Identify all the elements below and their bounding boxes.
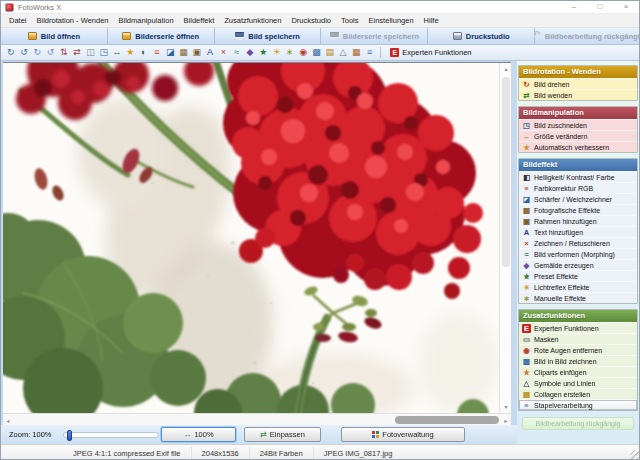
rotate-90-cw-icon[interactable]: ↻ [31, 45, 44, 60]
toolbar-button[interactable]: Druckstudio [428, 28, 535, 44]
zoom-100-button[interactable]: ↔ 100% [161, 427, 236, 442]
batch-icon[interactable]: ≡ [363, 45, 376, 60]
sidebar-item[interactable]: ≡ Stapelverarbeitung [519, 399, 637, 410]
sharpen-icon[interactable]: ◪ [164, 45, 177, 60]
rgb-correction-icon[interactable]: ≡ [150, 45, 163, 60]
sidebar-item-icon: ↔ [522, 132, 531, 141]
sidebar-item-icon: ≡ [522, 184, 531, 193]
close-button[interactable]: × [613, 1, 639, 14]
toolbar-button[interactable]: Bild speichern [215, 28, 322, 44]
zoom-slider-handle[interactable] [67, 430, 72, 441]
sidebar-item[interactable]: ↻ Bild drehen [519, 78, 637, 89]
fit-to-window-button[interactable]: ⇄ Einpassen [244, 427, 321, 442]
frame-icon[interactable]: ▣ [190, 45, 203, 60]
sidebar-item-icon: ◉ [522, 346, 531, 355]
sidebar-item[interactable]: ▤ Collagen erstellen [519, 388, 637, 399]
scroll-up-icon[interactable]: ▴ [501, 64, 511, 74]
flip-horizontal-icon[interactable]: ⇄ [70, 45, 83, 60]
symbols-lines-icon[interactable]: △ [336, 45, 349, 60]
vertical-scroll-thumb[interactable] [502, 77, 510, 267]
text-icon[interactable]: A [203, 45, 216, 60]
toolbar-button[interactable]: Bild öffnen [1, 28, 108, 44]
sidebar-item[interactable]: × Zeichnen / Retuschieren [519, 237, 637, 248]
sidebar-item[interactable]: ◳ Bild zuschneiden [519, 119, 637, 130]
sidebar-item[interactable]: ∗ Manuelle Effekte [519, 292, 637, 303]
menu-item[interactable]: Einstellungen [364, 16, 419, 25]
rotate-90-ccw-icon[interactable]: ↺ [44, 45, 57, 60]
brightness-contrast-icon[interactable]: ◐ [137, 45, 150, 60]
sidebar-item[interactable]: ◆ Gemälde erzeugen [519, 259, 637, 270]
toolbar-button[interactable]: Bildbearbeitung rückgängig [535, 28, 640, 44]
menu-item[interactable]: Tools [336, 16, 364, 25]
sidebar-item[interactable]: ▭ Masken [519, 333, 637, 344]
collage-icon[interactable]: ▦ [350, 45, 363, 60]
cliparts-icon[interactable]: ▤ [323, 45, 336, 60]
resize-icon[interactable]: ↔ [110, 45, 123, 60]
sidebar-item[interactable]: ↔ Größe verändern [519, 130, 637, 141]
expert-functions-button[interactable]: E Experten Funktionen [385, 48, 476, 57]
sidebar-item[interactable]: ⇄ Bild wenden [519, 89, 637, 100]
zoom-slider[interactable] [63, 432, 159, 438]
photo-effects-icon[interactable]: ▦ [177, 45, 190, 60]
sidebar-item[interactable]: ★ Cliparts einfügen [519, 366, 637, 377]
toolbar-button[interactable]: Bilderserie öffnen [108, 28, 215, 44]
preset-effects-icon[interactable]: ★ [257, 45, 270, 60]
sidebar-item[interactable]: E Experten Funktionen [519, 322, 637, 333]
rotate-left-icon[interactable]: ↺ [17, 45, 30, 60]
toolbar-button-label: Bild öffnen [41, 32, 80, 41]
auto-enhance-icon[interactable]: ★ [124, 45, 137, 60]
morph-icon[interactable]: ≈ [230, 45, 243, 60]
sidebar-item-label: Schärfer / Weichzeichner [534, 196, 612, 203]
light-reflex-icon[interactable]: ☀ [270, 45, 283, 60]
red-eye-icon[interactable]: ◉ [297, 45, 310, 60]
toolbar-button-icon [535, 32, 541, 40]
sidebar-item-icon: ▦ [522, 206, 531, 215]
menu-item[interactable]: Bildeffekt [179, 16, 220, 25]
menu-item[interactable]: Druckstudio [286, 16, 336, 25]
sidebar-item-icon: ∗ [522, 294, 531, 303]
photo-manager-button[interactable]: Fotoverwaltung [341, 427, 465, 442]
minimize-button[interactable]: – [561, 1, 587, 14]
horizontal-scroll-thumb[interactable] [395, 416, 499, 424]
maximize-button[interactable]: □ [587, 1, 613, 14]
title-bar: FotoWorks X – □ × [1, 1, 640, 14]
menu-item[interactable]: Bildmanipulation [114, 16, 179, 25]
sidebar-item[interactable]: ≡ Farbkorrektur RGB [519, 182, 637, 193]
resize-grip[interactable] [630, 450, 640, 460]
image-canvas[interactable] [3, 63, 499, 413]
toolbar-button[interactable]: Bilderserie speichern [321, 28, 428, 44]
sidebar-item[interactable]: ◉ Rote Augen entfernen [519, 344, 637, 355]
crop-icon[interactable]: ◳ [97, 45, 110, 60]
mirror-icon[interactable]: ◫ [84, 45, 97, 60]
flip-vertical-icon[interactable]: ⇅ [57, 45, 70, 60]
rotate-right-icon[interactable]: ↻ [4, 45, 17, 60]
painting-icon[interactable]: ◆ [243, 45, 256, 60]
sidebar-item[interactable]: ◪ Schärfer / Weichzeichner [519, 193, 637, 204]
sidebar-item[interactable]: △ Symbole und Linien [519, 377, 637, 388]
sidebar-item[interactable]: ▣ Rahmen hinzufügen [519, 215, 637, 226]
sidebar-item[interactable]: A Text hinzufügen [519, 226, 637, 237]
horizontal-scrollbar[interactable]: ◂ ▸ [3, 413, 511, 425]
menu-item[interactable]: Hilfe [419, 16, 444, 25]
sidebar-item[interactable]: ◧ Helligkeit/ Kontrast/ Farbe [519, 171, 637, 182]
sidebar-item-label: Bild drehen [534, 81, 569, 88]
picture-in-picture-icon[interactable]: ▩ [310, 45, 323, 60]
sidebar-item[interactable]: ▩ Bild in Bild zeichnen [519, 355, 637, 366]
status-filename: JPEG IMG_0817.jpg [314, 447, 403, 460]
sidebar-item-label: Preset Effekte [534, 273, 578, 280]
sidebar-item[interactable]: ▦ Fotografische Effekte [519, 204, 637, 215]
scroll-down-icon[interactable]: ▾ [501, 402, 511, 412]
sidebar-item[interactable]: ★ Automatisch verbessern [519, 141, 637, 152]
retouch-icon[interactable]: × [217, 45, 230, 60]
zoom-100-icon: ↔ [183, 431, 191, 439]
undo-editing-button[interactable]: Bildbearbeitung rückgängig [522, 417, 634, 430]
sidebar-item[interactable]: ★ Preset Effekte [519, 270, 637, 281]
manual-effects-icon[interactable]: ∗ [283, 45, 296, 60]
sidebar-item[interactable]: ≈ Bild verformen (Morphing) [519, 248, 637, 259]
sidebar-item[interactable]: ☀ Lichtreflex Effekte [519, 281, 637, 292]
menu-item[interactable]: Zusatzfunktionen [219, 16, 286, 25]
menu-item[interactable]: Datei [4, 16, 32, 25]
menu-item[interactable]: Bildrotation - Wenden [32, 16, 114, 25]
tools-sidebar: Bildrotation - Wenden ↻ Bild drehen ⇄ Bi… [517, 61, 640, 444]
vertical-scrollbar[interactable]: ▴ ▾ [499, 63, 511, 413]
